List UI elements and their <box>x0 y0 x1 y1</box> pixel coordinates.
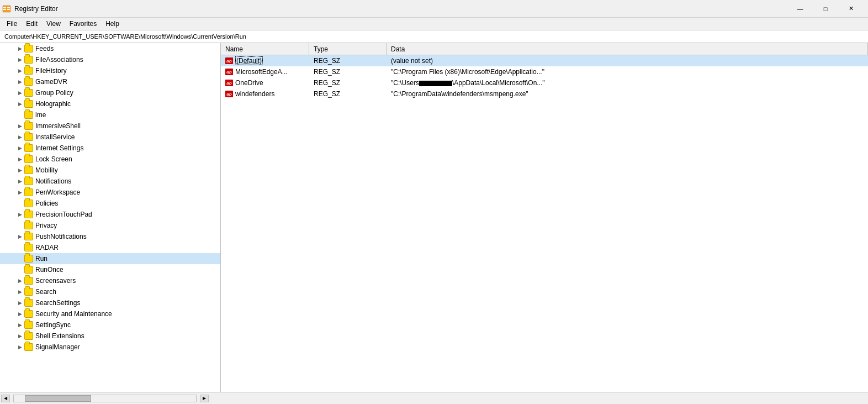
tree-scroll[interactable]: ▶Feeds▶FileAssociations▶FileHistory▶Game… <box>0 43 220 392</box>
menu-item-file[interactable]: File <box>2 19 22 29</box>
entry-name: (Default) <box>235 56 263 65</box>
tree-item[interactable]: ▶Internet Settings <box>0 143 220 154</box>
folder-icon <box>24 45 33 53</box>
tree-item[interactable]: ▶FileHistory <box>0 65 220 76</box>
tree-item[interactable]: ime <box>0 109 220 120</box>
tree-item-label: RADAR <box>35 244 59 251</box>
folder-icon <box>24 299 33 307</box>
expand-arrow-icon: ▶ <box>15 44 24 53</box>
tree-item[interactable]: ▶Group Policy <box>0 87 220 98</box>
entry-name: windefenders <box>235 90 274 98</box>
menu-item-help[interactable]: Help <box>101 19 124 29</box>
table-row[interactable]: abMicrosoftEdgeA...REG_SZ"C:\Program Fil… <box>221 66 868 77</box>
expand-arrow-icon <box>15 254 24 263</box>
expand-arrow-icon: ▶ <box>15 276 24 285</box>
horizontal-scrollbar[interactable] <box>13 395 197 402</box>
tree-item-label: Run <box>35 255 47 263</box>
data-cell-type: REG_SZ <box>309 68 387 76</box>
expand-arrow-icon <box>15 199 24 208</box>
title-bar-left: Registry Editor <box>2 4 58 13</box>
folder-icon <box>24 177 33 185</box>
reg-type-icon: ab <box>225 69 233 75</box>
data-cell-name: abwindefenders <box>221 90 309 98</box>
tree-item[interactable]: ▶SettingSync <box>0 319 220 330</box>
expand-arrow-icon: ▶ <box>15 298 24 307</box>
folder-icon <box>24 211 33 218</box>
tree-item-label: Holographic <box>35 100 71 108</box>
tree-item-label: FileAssociations <box>35 56 83 64</box>
tree-item[interactable]: ▶SearchSettings <box>0 297 220 308</box>
tree-item[interactable]: ▶Search <box>0 286 220 297</box>
close-button[interactable]: ✕ <box>838 0 864 18</box>
menu-item-edit[interactable]: Edit <box>22 19 42 29</box>
folder-icon <box>24 100 33 108</box>
tree-item[interactable]: ▶PushNotifications <box>0 231 220 242</box>
expand-arrow-icon: ▶ <box>15 232 24 241</box>
tree-item-label: Screensavers <box>35 277 76 285</box>
app-title: Registry Editor <box>14 5 58 13</box>
folder-icon <box>24 78 33 86</box>
tree-item-label: PenWorkspace <box>35 188 80 196</box>
data-cell-value: "C:\Program Files (x86)\Microsoft\Edge\A… <box>387 68 868 76</box>
expand-arrow-icon: ▶ <box>15 166 24 175</box>
data-cell-name: ab(Default) <box>221 56 309 65</box>
tree-item[interactable]: ▶PenWorkspace <box>0 187 220 198</box>
svg-rect-4 <box>7 9 10 10</box>
maximize-button[interactable]: □ <box>813 0 838 18</box>
menu-item-view[interactable]: View <box>42 19 65 29</box>
tree-item-label: SignalManager <box>35 343 80 351</box>
tree-item-label: GameDVR <box>35 78 67 86</box>
tree-item[interactable]: ▶PrecisionTouchPad <box>0 209 220 220</box>
tree-item[interactable]: Run <box>0 253 220 264</box>
folder-icon <box>24 244 33 251</box>
folder-icon <box>24 144 33 152</box>
tree-item[interactable]: RunOnce <box>0 264 220 275</box>
table-row[interactable]: abwindefendersREG_SZ"C:\ProgramData\wind… <box>221 88 868 99</box>
tree-item[interactable]: ▶Lock Screen <box>0 154 220 165</box>
tree-item-label: Policies <box>35 200 58 207</box>
reg-type-icon: ab <box>225 57 233 64</box>
tree-item[interactable]: ▶GameDVR <box>0 76 220 87</box>
col-header-type[interactable]: Type <box>309 43 387 55</box>
scroll-right-arrow[interactable]: ▶ <box>200 395 209 402</box>
scroll-left-arrow[interactable]: ◀ <box>1 395 10 402</box>
menu-item-favorites[interactable]: Favorites <box>65 19 101 29</box>
tree-item-label: InstallService <box>35 133 75 141</box>
folder-icon <box>24 255 33 263</box>
tree-item[interactable]: Privacy <box>0 220 220 231</box>
svg-rect-2 <box>3 9 6 10</box>
folder-icon <box>24 200 33 207</box>
minimize-button[interactable]: — <box>787 0 813 18</box>
table-row[interactable]: abOneDriveREG_SZ"C:\Users\AppData\Local\… <box>221 77 868 88</box>
tree-item[interactable]: ▶ImmersiveShell <box>0 120 220 132</box>
tree-item-label: Lock Screen <box>35 155 72 163</box>
tree-item[interactable]: Policies <box>0 198 220 209</box>
data-cell-type: REG_SZ <box>309 90 387 98</box>
tree-item[interactable]: ▶Notifications <box>0 176 220 187</box>
tree-item[interactable]: ▶Shell Extensions <box>0 330 220 342</box>
scrollbar-thumb[interactable] <box>25 395 91 402</box>
expand-arrow-icon: ▶ <box>15 88 24 97</box>
bottom-bar: ◀ ▶ <box>0 392 868 404</box>
expand-arrow-icon <box>15 221 24 230</box>
tree-item[interactable]: ▶InstallService <box>0 132 220 143</box>
col-header-data[interactable]: Data <box>387 43 868 55</box>
tree-item[interactable]: RADAR <box>0 242 220 253</box>
folder-icon <box>24 111 33 119</box>
data-cell-value: (value not set) <box>387 57 868 65</box>
expand-arrow-icon: ▶ <box>15 309 24 318</box>
expand-arrow-icon: ▶ <box>15 343 24 351</box>
tree-item[interactable]: ▶FileAssociations <box>0 54 220 65</box>
tree-item[interactable]: ▶Screensavers <box>0 275 220 286</box>
expand-arrow-icon <box>15 111 24 119</box>
col-header-name[interactable]: Name <box>221 43 309 55</box>
tree-item[interactable]: ▶Holographic <box>0 98 220 109</box>
folder-icon <box>24 56 33 64</box>
table-row[interactable]: ab(Default)REG_SZ(value not set) <box>221 55 868 66</box>
tree-item[interactable]: ▶Security and Maintenance <box>0 308 220 319</box>
entry-name: MicrosoftEdgeA... <box>235 68 288 76</box>
tree-item[interactable]: ▶Feeds <box>0 43 220 54</box>
tree-item[interactable]: ▶SignalManager <box>0 342 220 353</box>
svg-rect-3 <box>7 7 10 8</box>
tree-item[interactable]: ▶Mobility <box>0 165 220 176</box>
